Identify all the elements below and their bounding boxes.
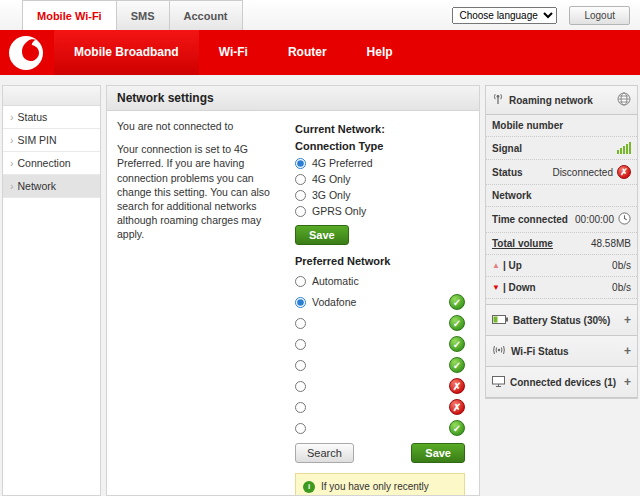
- radio-network-3-input[interactable]: [295, 339, 306, 350]
- connected-devices-label: Connected devices (1): [510, 377, 616, 388]
- roaming-network-header: Roaming network: [486, 86, 637, 115]
- nav-wifi[interactable]: Wi-Fi: [199, 30, 268, 75]
- network-available-icon: [449, 420, 465, 436]
- connection-status-row: Status Disconnected: [486, 160, 637, 185]
- tab-account[interactable]: Account: [170, 0, 243, 30]
- radio-network-2[interactable]: [295, 318, 312, 329]
- radio-4g-preferred[interactable]: 4G Preferred: [295, 157, 465, 169]
- preferred-row-7: [295, 419, 465, 437]
- radio-vodafone[interactable]: Vodafone: [295, 296, 356, 308]
- status-value: Disconnected: [552, 167, 613, 178]
- radio-3g-only[interactable]: 3G Only: [295, 189, 465, 201]
- status-panel: Roaming network Mobile number Signal Sta…: [485, 85, 638, 399]
- network-form: Current Network: Connection Type 4G Pref…: [285, 119, 469, 487]
- download-rate-row: ▼ | Down 0b/s: [486, 277, 637, 299]
- sidebar-item-connection[interactable]: Connection: [3, 152, 100, 175]
- expand-icon[interactable]: +: [624, 344, 631, 358]
- connection-type-heading: Connection Type: [295, 140, 465, 152]
- main-panel: Network settings You are not connected t…: [106, 85, 480, 496]
- top-tabs: Mobile Wi-Fi SMS Account: [22, 0, 243, 30]
- connected-devices-accordion[interactable]: Connected devices (1) +: [486, 367, 637, 398]
- radio-gprs-only-input[interactable]: [295, 206, 306, 217]
- left-sidebar: Status SIM PIN Connection Network: [2, 85, 101, 496]
- roaming-network-title: Roaming network: [509, 95, 593, 106]
- network-forbidden-icon: [449, 378, 465, 394]
- radio-automatic-input[interactable]: [295, 276, 306, 287]
- radio-4g-only-label: 4G Only: [312, 173, 351, 185]
- radio-network-3[interactable]: [295, 339, 312, 350]
- radio-network-2-input[interactable]: [295, 318, 306, 329]
- preferred-row-5: [295, 377, 465, 395]
- wifi-status-accordion[interactable]: Wi-Fi Status +: [486, 336, 637, 367]
- time-connected-value: 00:00:00: [575, 214, 614, 225]
- download-label: | Down: [503, 282, 536, 293]
- top-bar-right: Choose language Logout: [452, 0, 640, 30]
- preferred-row-4: [295, 356, 465, 374]
- info-icon: [303, 481, 315, 493]
- upload-label: | Up: [503, 260, 522, 271]
- expand-icon[interactable]: +: [624, 313, 631, 327]
- network-forbidden-icon: [449, 399, 465, 415]
- mobile-number-row: Mobile number: [486, 115, 637, 137]
- nav-help[interactable]: Help: [347, 30, 413, 75]
- upload-rate-row: ▲ | Up 0b/s: [486, 255, 637, 277]
- save-preferred-network-button[interactable]: Save: [411, 443, 465, 463]
- roaming-notice-text: If you have only recently activated roam…: [321, 480, 457, 496]
- globe-icon[interactable]: [617, 92, 631, 108]
- radio-network-6-input[interactable]: [295, 402, 306, 413]
- logout-button[interactable]: Logout: [569, 6, 630, 25]
- total-volume-label[interactable]: Total volume: [492, 238, 553, 249]
- network-available-icon: [449, 336, 465, 352]
- radio-automatic[interactable]: Automatic: [295, 275, 359, 287]
- download-value: 0b/s: [612, 282, 631, 293]
- search-networks-button[interactable]: Search: [295, 443, 354, 463]
- radio-network-7-input[interactable]: [295, 423, 306, 434]
- save-connection-type-button[interactable]: Save: [295, 225, 349, 245]
- sidebar-item-sim-pin[interactable]: SIM PIN: [3, 129, 100, 152]
- network-available-icon: [449, 294, 465, 310]
- top-bar: Mobile Wi-Fi SMS Account Choose language…: [0, 0, 640, 30]
- sidebar-header: [3, 86, 100, 106]
- signal-label: Signal: [492, 143, 522, 154]
- preferred-network-heading: Preferred Network: [295, 255, 465, 267]
- battery-status-accordion[interactable]: Battery Status (30%) +: [486, 305, 637, 336]
- radio-4g-only-input[interactable]: [295, 174, 306, 185]
- radio-4g-preferred-input[interactable]: [295, 158, 306, 169]
- sidebar-item-network[interactable]: Network: [3, 175, 100, 198]
- nav-mobile-broadband[interactable]: Mobile Broadband: [54, 30, 199, 75]
- time-connected-label: Time connected: [492, 214, 568, 225]
- radio-vodafone-input[interactable]: [295, 297, 306, 308]
- total-volume-row: Total volume 48.58MB: [486, 233, 637, 255]
- radio-network-5-input[interactable]: [295, 381, 306, 392]
- radio-3g-only-input[interactable]: [295, 190, 306, 201]
- expand-icon[interactable]: +: [624, 375, 631, 389]
- language-select[interactable]: Choose language: [452, 7, 557, 24]
- radio-gprs-only[interactable]: GPRS Only: [295, 205, 465, 217]
- tab-mobile-wifi[interactable]: Mobile Wi-Fi: [22, 0, 117, 30]
- upload-arrow-icon: ▲: [492, 261, 500, 270]
- network-settings-body: You are not connected to Your connection…: [106, 111, 480, 496]
- radio-network-7[interactable]: [295, 423, 312, 434]
- download-arrow-icon: ▼: [492, 283, 500, 292]
- network-available-icon: [449, 315, 465, 331]
- time-connected-row: Time connected 00:00:00: [486, 207, 637, 233]
- sidebar-item-status[interactable]: Status: [3, 106, 100, 129]
- preferred-row-automatic: Automatic: [295, 272, 465, 290]
- disconnected-icon: [617, 165, 631, 179]
- radio-automatic-label: Automatic: [312, 275, 359, 287]
- main-nav: Mobile Broadband Wi-Fi Router Help: [0, 30, 640, 75]
- connection-description: Your connection is set to 4G Preferred. …: [117, 142, 277, 241]
- total-volume-value: 48.58MB: [591, 238, 631, 249]
- radio-network-4[interactable]: [295, 360, 312, 371]
- content-area: Status SIM PIN Connection Network Networ…: [0, 75, 640, 496]
- radio-4g-only[interactable]: 4G Only: [295, 173, 465, 185]
- battery-icon: [492, 315, 508, 326]
- radio-4g-preferred-label: 4G Preferred: [312, 157, 373, 169]
- nav-router[interactable]: Router: [268, 30, 347, 75]
- radio-network-6[interactable]: [295, 402, 312, 413]
- tab-sms[interactable]: SMS: [117, 0, 170, 30]
- mobile-number-label: Mobile number: [492, 120, 563, 131]
- radio-network-5[interactable]: [295, 381, 312, 392]
- radio-network-4-input[interactable]: [295, 360, 306, 371]
- wifi-icon: [492, 345, 506, 357]
